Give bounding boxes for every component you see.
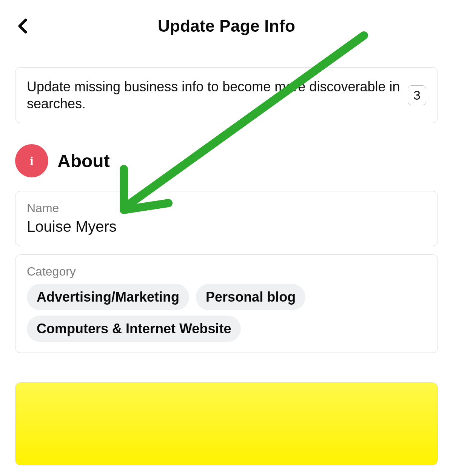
name-value: Louise Myers bbox=[27, 218, 426, 235]
back-button[interactable] bbox=[14, 18, 31, 34]
banner-count-badge: 3 bbox=[408, 85, 426, 105]
category-chips: Advertising/Marketing Personal blog Comp… bbox=[27, 284, 426, 342]
category-chip[interactable]: Advertising/Marketing bbox=[27, 284, 189, 310]
page-content: Update missing business info to become m… bbox=[0, 52, 453, 476]
about-section-header: i About bbox=[15, 144, 438, 177]
category-label: Category bbox=[27, 265, 426, 279]
info-icon: i bbox=[15, 144, 48, 177]
name-card[interactable]: Name Louise Myers bbox=[15, 191, 438, 246]
category-chip[interactable]: Computers & Internet Website bbox=[27, 316, 241, 342]
about-title: About bbox=[57, 151, 110, 171]
page-header: Update Page Info bbox=[0, 0, 453, 52]
category-chip[interactable]: Personal blog bbox=[196, 284, 305, 310]
banner-text: Update missing business info to become m… bbox=[27, 78, 400, 112]
category-card[interactable]: Category Advertising/Marketing Personal … bbox=[15, 254, 438, 353]
highlight-panel bbox=[15, 382, 438, 465]
chevron-left-icon bbox=[17, 18, 28, 34]
discoverability-banner[interactable]: Update missing business info to become m… bbox=[15, 67, 438, 123]
page-title: Update Page Info bbox=[15, 17, 438, 35]
name-label: Name bbox=[27, 201, 426, 215]
